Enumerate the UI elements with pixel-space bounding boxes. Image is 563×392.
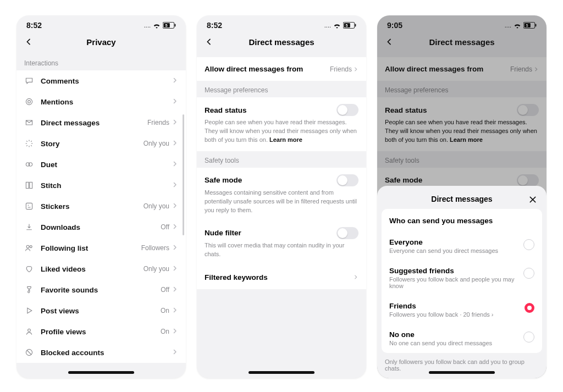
- privacy-row-blocked[interactable]: Blocked accounts: [16, 342, 186, 363]
- svg-point-12: [26, 245, 29, 248]
- svg-point-14: [28, 329, 31, 332]
- chevron-right-icon: [353, 274, 358, 280]
- chevron-right-icon: [172, 202, 178, 211]
- back-button[interactable]: [202, 35, 216, 48]
- wifi-icon: [153, 23, 161, 29]
- filtered-keywords-label: Filtered keywords: [205, 273, 268, 281]
- svg-text:5: 5: [165, 23, 167, 28]
- following-icon: [24, 243, 34, 253]
- option-title: Everyone: [389, 238, 498, 246]
- row-value: Only you: [143, 202, 169, 210]
- privacy-row-dm[interactable]: Direct messagesFriends: [16, 112, 186, 133]
- svg-point-5: [28, 101, 31, 103]
- svg-text:5: 5: [345, 23, 347, 28]
- allow-dm-value: Friends: [330, 65, 352, 73]
- privacy-row-downloads[interactable]: DownloadsOff: [16, 217, 186, 238]
- option-desc: No one can send you direct messages: [389, 340, 492, 346]
- svg-rect-8: [26, 182, 29, 188]
- row-label: Blocked accounts: [41, 349, 172, 357]
- row-value: Off: [161, 223, 169, 231]
- option-friends[interactable]: FriendsFollowers you follow back · 20 fr…: [382, 296, 542, 324]
- close-button[interactable]: [527, 194, 539, 206]
- read-status-desc: People can see when you have read their …: [205, 118, 358, 145]
- chevron-right-icon: [172, 223, 178, 231]
- profileviews-icon: [24, 327, 34, 336]
- radio-everyone[interactable]: [523, 239, 534, 250]
- row-label: Liked videos: [41, 265, 143, 273]
- home-indicator[interactable]: [429, 371, 495, 374]
- home-indicator[interactable]: [68, 371, 134, 374]
- option-title: Friends: [389, 302, 494, 310]
- navbar: Privacy: [16, 32, 186, 54]
- chevron-right-icon: [353, 67, 358, 72]
- privacy-row-stitch[interactable]: Stitch: [16, 175, 186, 196]
- read-status-label: Read status: [205, 106, 247, 114]
- allow-dm-label: Allow direct messages from: [205, 65, 303, 73]
- privacy-row-duet[interactable]: Duet: [16, 154, 186, 175]
- option-noone[interactable]: No oneNo one can send you direct message…: [382, 324, 542, 353]
- row-value: Only you: [143, 265, 169, 273]
- status-bar: 8:52 .... 5: [197, 15, 366, 32]
- page-title: Privacy: [35, 37, 167, 47]
- back-button[interactable]: [22, 35, 35, 48]
- scrollbar[interactable]: [183, 114, 184, 235]
- filtered-keywords-row[interactable]: Filtered keywords: [197, 266, 366, 289]
- read-status-toggle[interactable]: [336, 104, 358, 116]
- phone-direct-messages: 8:52 .... 5 Direct messages Allow direct…: [197, 15, 366, 378]
- learn-more-link[interactable]: Learn more: [269, 136, 302, 143]
- safe-mode-toggle[interactable]: [336, 174, 358, 186]
- radio-suggested[interactable]: [523, 268, 534, 279]
- privacy-row-liked[interactable]: Liked videosOnly you: [16, 258, 186, 279]
- blocked-icon: [24, 347, 34, 357]
- option-suggested[interactable]: Suggested friendsFollowers you follow ba…: [382, 261, 542, 296]
- chevron-right-icon: [172, 327, 178, 336]
- chevron-right-icon: [172, 160, 178, 169]
- chevron-right-icon: [172, 348, 178, 357]
- sheet-question: Who can send you messages: [389, 217, 493, 225]
- option-everyone[interactable]: EveryoneEveryone can send you direct mes…: [382, 233, 542, 261]
- privacy-row-mentions[interactable]: Mentions: [16, 91, 186, 112]
- status-right: .... 5: [144, 22, 176, 29]
- svg-point-4: [26, 98, 32, 104]
- options-card: Who can send you messages EveryoneEveryo…: [382, 209, 542, 353]
- privacy-row-profileviews[interactable]: Profile viewsOn: [16, 321, 186, 342]
- chevron-right-icon: [172, 264, 178, 273]
- privacy-row-postviews[interactable]: Post viewsOn: [16, 300, 186, 321]
- dm-options-sheet: Direct messages Who can send you message…: [377, 186, 547, 378]
- row-value: Only you: [143, 140, 169, 147]
- chevron-right-icon: [172, 181, 178, 190]
- radio-friends[interactable]: [525, 303, 534, 313]
- privacy-row-favsounds[interactable]: Favorite soundsOff: [16, 279, 186, 300]
- safe-mode-block: Safe mode Messages containing sensitive …: [197, 168, 366, 222]
- downloads-icon: [24, 222, 34, 232]
- chevron-right-icon: [172, 139, 178, 148]
- chevron-left-icon: [24, 37, 33, 46]
- row-label: Stickers: [41, 202, 143, 211]
- nude-filter-toggle[interactable]: [336, 227, 358, 239]
- chevron-right-icon: [172, 118, 178, 127]
- radio-noone[interactable]: [523, 332, 534, 343]
- option-desc: Everyone can send you direct messages: [389, 247, 498, 254]
- privacy-row-comments[interactable]: Comments: [16, 70, 186, 91]
- nude-filter-label: Nude filter: [205, 229, 241, 237]
- battery-icon: 5: [343, 22, 356, 29]
- stitch-icon: [24, 180, 34, 190]
- privacy-row-following[interactable]: Following listFollowers: [16, 238, 186, 258]
- option-title: Suggested friends: [389, 267, 518, 275]
- svg-point-13: [30, 246, 32, 248]
- favsounds-icon: [24, 285, 34, 295]
- phone-dm-sheet: 9:05 .... 5 Direct messages Allow direct…: [377, 15, 547, 378]
- row-value: Friends: [147, 119, 169, 126]
- privacy-row-story[interactable]: StoryOnly you: [16, 133, 186, 154]
- row-value: On: [161, 328, 169, 335]
- home-indicator[interactable]: [249, 371, 314, 374]
- liked-icon: [24, 264, 34, 274]
- row-label: Comments: [41, 77, 172, 85]
- allow-dm-row[interactable]: Allow direct messages from Friends: [197, 57, 366, 81]
- row-label: Following list: [41, 244, 141, 252]
- option-desc: Followers you follow back and people you…: [389, 276, 518, 289]
- close-icon: [528, 195, 537, 204]
- svg-rect-10: [26, 203, 32, 209]
- row-label: Duet: [41, 161, 172, 169]
- privacy-row-stickers[interactable]: StickersOnly you: [16, 196, 186, 217]
